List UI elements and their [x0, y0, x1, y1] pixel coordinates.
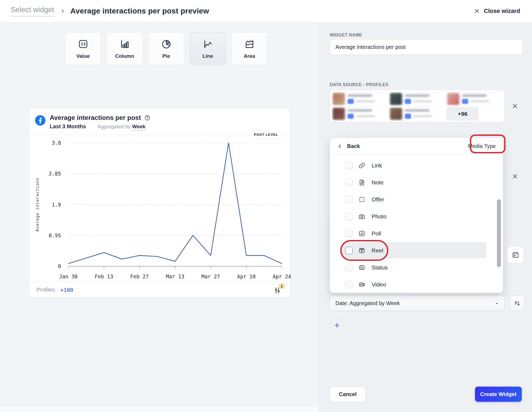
profile-chip[interactable] [389, 107, 445, 121]
dropdown-scrollbar[interactable] [497, 199, 501, 267]
x-axis-tick: Mar 27 [201, 273, 220, 279]
profile-chip[interactable] [332, 107, 388, 121]
note-icon [358, 179, 365, 186]
reel-icon [358, 247, 365, 254]
facebook-badge [405, 99, 411, 104]
help-icon[interactable] [144, 114, 151, 121]
bottom-strip [0, 406, 319, 412]
close-icon [473, 8, 480, 15]
profile-chip[interactable] [332, 92, 388, 106]
x-axis-tick: Mar 13 [166, 273, 184, 279]
x-axis-tick: Apr 24 [273, 273, 291, 279]
x-axis-ticks: Jan 30Feb 13Feb 27Mar 13Mar 27Apr 10Apr … [68, 273, 282, 282]
chart-title: Average interactions per post [50, 114, 141, 121]
date-aggregation-select[interactable]: Date: Aggregated by Week [330, 296, 505, 311]
checkbox[interactable] [345, 230, 353, 237]
wizard-header: Select widget Average interactions per p… [0, 0, 532, 22]
widget-type-pie-button[interactable]: Pie [148, 32, 184, 65]
remove-data-source-icon[interactable] [511, 102, 519, 110]
profile-chip[interactable] [389, 92, 445, 106]
facebook-badge [348, 114, 354, 119]
y-axis-tick: 3.8 [52, 140, 61, 146]
widget-type-area-button[interactable]: Area [231, 32, 267, 65]
line-icon [202, 38, 214, 50]
date-select-value: Date: Aggregated by Week [335, 300, 400, 306]
widget-type-value-button[interactable]: Value [65, 32, 101, 65]
checkbox[interactable] [345, 264, 353, 271]
remove-filter-icon[interactable] [511, 173, 519, 180]
checkbox[interactable] [345, 247, 353, 254]
offer-icon [358, 196, 365, 203]
caret-up-icon [495, 301, 499, 306]
close-wizard-button[interactable]: Close wizard [473, 8, 520, 15]
preview-area: Value Column Pie Line Area Average inter… [0, 22, 319, 412]
photo-icon [358, 213, 365, 220]
calendar-icon [512, 251, 519, 259]
widget-name-input[interactable] [330, 39, 523, 55]
video-icon [358, 281, 365, 288]
section-divider [505, 212, 532, 212]
y-axis-tick: 2.85 [49, 171, 61, 177]
create-widget-button[interactable]: Create Widget [475, 387, 522, 402]
avatar [333, 108, 345, 120]
more-profiles-chip[interactable]: +96 [446, 107, 479, 121]
media-type-option-status[interactable]: Status [330, 259, 503, 276]
chevron-right-icon [60, 9, 65, 13]
chevron-left-icon [337, 143, 343, 149]
media-type-label: Media Type [468, 143, 496, 149]
media-type-option-offer[interactable]: Offer [330, 191, 503, 208]
aggregation-value[interactable]: Week [132, 124, 145, 131]
profiles-count-link[interactable]: +100 [60, 287, 73, 293]
checkbox[interactable] [345, 196, 353, 203]
pie-icon [161, 38, 172, 50]
data-source-label: DATA SOURCE - PROFILES [330, 82, 388, 87]
panel-divider [319, 22, 319, 412]
date-range-button[interactable] [507, 246, 524, 263]
widget-type-line-button[interactable]: Line [190, 32, 226, 65]
widget-wizard: Select widget Average interactions per p… [0, 0, 532, 412]
back-button[interactable]: Back [337, 143, 360, 149]
avatar [390, 93, 402, 105]
post-level-badge: POST LEVEL [250, 131, 282, 139]
status-icon [358, 264, 365, 271]
media-type-option-poll[interactable]: Poll [330, 225, 503, 242]
widget-type-column-button[interactable]: Column [107, 32, 143, 65]
widget-preview-card: Average interactions per post Last 3 Mon… [29, 108, 290, 298]
media-type-option-link[interactable]: Link [330, 157, 503, 174]
x-axis-tick: Jan 30 [59, 273, 78, 279]
checkbox[interactable] [345, 179, 353, 186]
media-type-option-reel[interactable]: Reel [330, 242, 503, 259]
checkbox[interactable] [345, 281, 353, 288]
cancel-button[interactable]: Cancel [330, 387, 366, 402]
chart-period: Last 3 Months [50, 123, 86, 130]
checkbox[interactable] [345, 213, 353, 220]
avatar [390, 108, 402, 120]
line-chart-canvas [68, 143, 282, 270]
line-chart-plot [68, 143, 282, 270]
x-axis-tick: Feb 27 [130, 273, 149, 279]
plus-icon [334, 322, 341, 329]
filter-count-badge: 1 [279, 283, 285, 289]
media-type-option-note[interactable]: Note [330, 174, 503, 191]
media-type-option-photo[interactable]: Photo [330, 208, 503, 225]
widget-settings-panel: WIDGET NAME DATA SOURCE - PROFILES [319, 22, 532, 412]
checkbox[interactable] [345, 162, 353, 169]
data-source-profiles: +96 [330, 90, 505, 122]
poll-icon [358, 230, 365, 237]
media-type-options: Link Note Offer Photo Poll Reel Status V… [330, 155, 503, 293]
y-axis-ticks: 00.951.92.853.8 [29, 143, 61, 266]
chart-aggregation: Aggregated by Week [97, 124, 145, 130]
aggregated-by-label: Aggregated by [97, 124, 131, 129]
breadcrumb-select-widget[interactable]: Select widget [11, 6, 54, 16]
facebook-badge [462, 99, 468, 104]
sort-button[interactable] [510, 296, 524, 311]
profile-chip[interactable] [446, 92, 503, 106]
profiles-label: Profiles: [36, 287, 56, 293]
facebook-badge [348, 99, 354, 104]
add-filter-button[interactable] [330, 319, 344, 332]
media-type-option-video[interactable]: Video [330, 276, 503, 293]
y-axis-tick: 1.9 [52, 202, 61, 208]
column-icon [119, 38, 130, 50]
y-axis-tick: 0 [58, 263, 61, 269]
chart-filter-button[interactable]: 1 [273, 285, 282, 295]
